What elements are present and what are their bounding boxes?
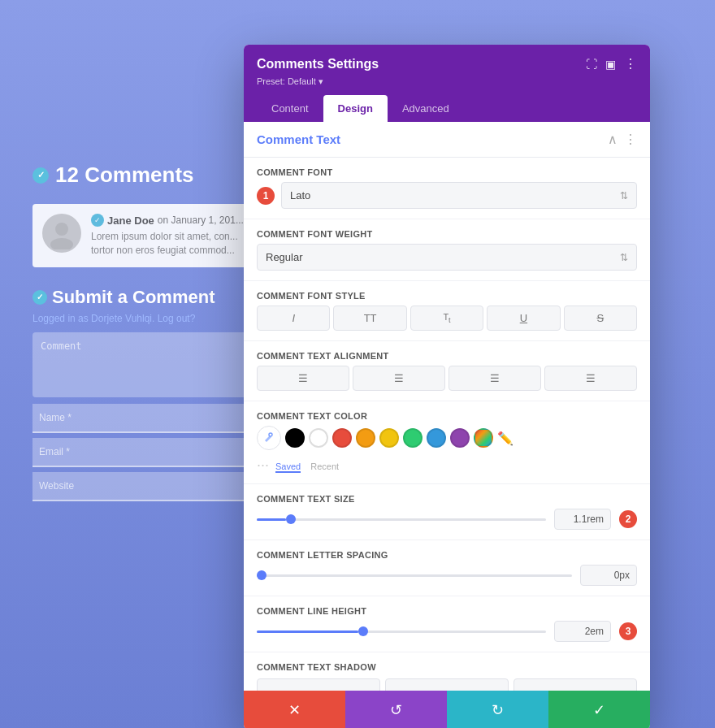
font-style-label: Comment Font Style xyxy=(257,291,637,301)
underline-btn[interactable]: U xyxy=(487,306,560,331)
font-style-field: Comment Font Style I TT Tt U S xyxy=(244,281,650,341)
line-height-input[interactable] xyxy=(554,621,611,642)
tab-design[interactable]: Design xyxy=(323,95,388,122)
check-badge: ✓ xyxy=(32,167,49,184)
text-color-label: Comment Text Color xyxy=(257,411,637,421)
letter-spacing-thumb[interactable] xyxy=(257,570,266,580)
shadow-style-1[interactable]: aA xyxy=(385,678,509,691)
comment-author: Jane Doe xyxy=(107,214,154,227)
italic-btn[interactable]: I xyxy=(257,306,330,331)
color-green[interactable] xyxy=(403,428,422,448)
more-colors-btn[interactable]: ··· xyxy=(257,457,269,474)
color-picker-btn[interactable] xyxy=(257,426,281,450)
fullscreen-icon[interactable]: ⛶ xyxy=(586,58,597,71)
style-buttons: I TT Tt U S xyxy=(257,306,637,331)
font-weight-label: Comment Font Weight xyxy=(257,229,637,239)
color-purple[interactable] xyxy=(450,428,470,448)
save-button[interactable]: ✓ xyxy=(548,691,650,728)
letter-spacing-track xyxy=(257,574,572,577)
color-gradient[interactable] xyxy=(474,428,493,448)
text-align-label: Comment Text Alignment xyxy=(257,351,637,361)
color-orange[interactable] xyxy=(356,428,375,448)
align-justify-btn[interactable]: ☰ xyxy=(544,366,637,391)
website-input[interactable] xyxy=(32,472,260,501)
color-black[interactable] xyxy=(285,428,305,448)
name-input[interactable] xyxy=(32,404,260,433)
author-check: ✓ xyxy=(91,214,104,227)
color-swatches-row: ✏️ xyxy=(257,426,637,450)
letter-spacing-input[interactable] xyxy=(580,565,637,586)
panel-preset: Preset: Default xyxy=(257,76,637,87)
color-blue[interactable] xyxy=(427,428,446,448)
line-height-thumb[interactable] xyxy=(358,626,368,636)
text-size-track xyxy=(257,518,546,521)
line-height-slider-row: 3 xyxy=(257,621,637,642)
text-size-thumb[interactable] xyxy=(286,514,296,524)
panel-title: Comments Settings xyxy=(257,57,379,72)
shadow-none[interactable]: ⊘ xyxy=(257,678,380,691)
letter-spacing-slider-row xyxy=(257,565,637,586)
color-red[interactable] xyxy=(332,428,352,448)
reset-button[interactable]: ↺ xyxy=(345,691,447,728)
text-shadow-field: Comment Text Shadow ⊘ aA aA aA aA aA xyxy=(244,652,650,691)
color-tab-saved[interactable]: Saved xyxy=(275,462,301,473)
align-left-btn[interactable]: ☰ xyxy=(257,366,349,391)
line-height-label: Comment Line Height xyxy=(257,606,637,616)
comment-text: Lorem ipsum dolor sit amet, con...tortor… xyxy=(91,230,244,258)
svg-point-1 xyxy=(50,238,73,249)
svg-point-0 xyxy=(55,223,68,236)
panel-header-icons: ⛶ ▣ ⋮ xyxy=(586,56,637,72)
svg-point-2 xyxy=(269,433,272,436)
section-header: Comment Text ∧ ⋮ xyxy=(244,122,650,158)
color-tab-recent[interactable]: Recent xyxy=(310,462,339,473)
text-size-slider-row: 2 xyxy=(257,509,637,530)
font-weight-field: Comment Font Weight Regular Bold Light ⇅ xyxy=(244,219,650,281)
font-select[interactable]: Lato Open Sans Roboto xyxy=(282,183,636,208)
submit-check: ✓ xyxy=(32,290,47,305)
text-shadow-label: Comment Text Shadow xyxy=(257,662,637,672)
text-size-field: Comment Text Size 2 xyxy=(244,484,650,540)
settings-panel: Comments Settings ⛶ ▣ ⋮ Preset: Default … xyxy=(244,45,650,728)
tab-content[interactable]: Content xyxy=(257,95,323,122)
email-input[interactable] xyxy=(32,438,260,467)
uppercase-btn[interactable]: TT xyxy=(333,306,406,331)
font-label: Comment Font xyxy=(257,167,637,177)
badge-2: 2 xyxy=(619,510,637,528)
section-more-icon[interactable]: ⋮ xyxy=(624,132,637,147)
more-icon[interactable]: ⋮ xyxy=(624,56,637,72)
text-color-field: Comment Text Color ✏️ xyxy=(244,401,650,484)
font-field: Comment Font 1 Lato Open Sans Roboto ⇅ xyxy=(244,158,650,219)
font-weight-select[interactable]: Regular Bold Light xyxy=(258,245,636,270)
panel-body: Comment Text ∧ ⋮ Comment Font 1 Lato Ope… xyxy=(244,122,650,691)
cancel-button[interactable]: ✕ xyxy=(244,691,345,728)
section-title: Comment Text xyxy=(257,132,340,146)
color-white[interactable] xyxy=(309,428,328,448)
align-center-btn[interactable]: ☰ xyxy=(353,366,445,391)
shadow-style-2[interactable]: aA xyxy=(514,678,637,691)
columns-icon[interactable]: ▣ xyxy=(605,58,616,71)
text-size-label: Comment Text Size xyxy=(257,494,637,504)
section-controls: ∧ ⋮ xyxy=(608,132,637,147)
tab-advanced[interactable]: Advanced xyxy=(388,95,464,122)
line-height-field: Comment Line Height 3 xyxy=(244,596,650,652)
line-height-track xyxy=(257,630,546,633)
pencil-btn[interactable]: ✏️ xyxy=(497,431,514,446)
text-size-fill xyxy=(257,518,286,521)
line-height-fill xyxy=(257,630,358,633)
comment-textarea[interactable] xyxy=(32,332,260,397)
badge-3: 3 xyxy=(619,622,637,640)
capitalize-btn[interactable]: Tt xyxy=(410,306,483,331)
text-size-input[interactable] xyxy=(554,509,611,530)
color-yellow[interactable] xyxy=(379,428,399,448)
avatar xyxy=(42,214,81,253)
panel-tabs: Content Design Advanced xyxy=(257,95,637,122)
redo-button[interactable]: ↻ xyxy=(447,691,548,728)
shadow-grid: ⊘ aA aA aA aA aA xyxy=(257,678,637,691)
align-buttons: ☰ ☰ ☰ ☰ xyxy=(257,366,637,391)
letter-spacing-label: Comment Letter Spacing xyxy=(257,550,637,560)
align-right-btn[interactable]: ☰ xyxy=(448,366,541,391)
text-align-field: Comment Text Alignment ☰ ☰ ☰ ☰ xyxy=(244,341,650,401)
collapse-icon[interactable]: ∧ xyxy=(608,132,618,147)
panel-footer: ✕ ↺ ↻ ✓ xyxy=(244,691,650,728)
strikethrough-btn[interactable]: S xyxy=(564,306,637,331)
